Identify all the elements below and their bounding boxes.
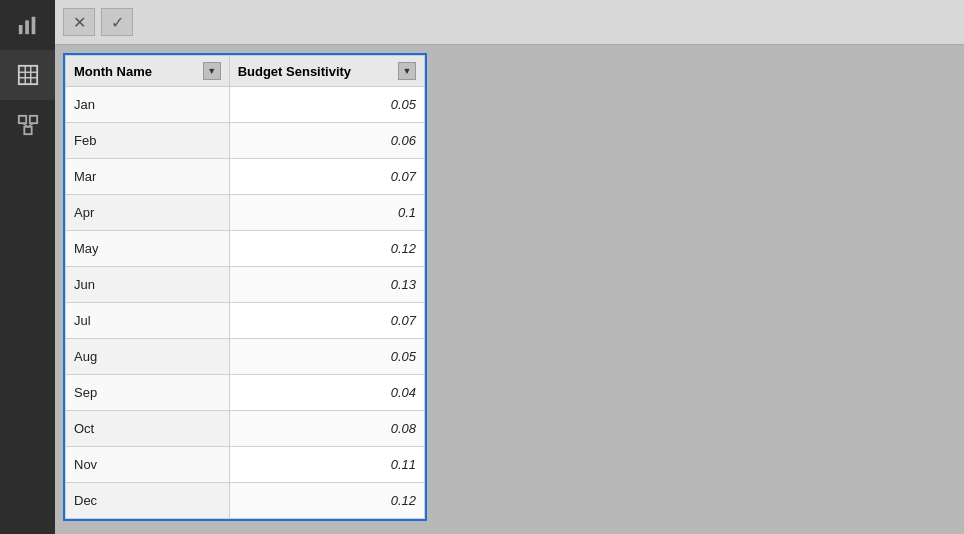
table-row: Mar0.07 [66, 159, 425, 195]
svg-rect-9 [29, 116, 36, 123]
table-row: Oct0.08 [66, 411, 425, 447]
cell-month: Jun [66, 267, 230, 303]
svg-rect-0 [18, 25, 22, 34]
svg-rect-10 [24, 127, 31, 134]
cell-budget: 0.12 [229, 483, 424, 519]
cell-budget: 0.12 [229, 231, 424, 267]
cell-month: Jan [66, 87, 230, 123]
diagram-icon[interactable] [0, 100, 55, 150]
cell-budget: 0.13 [229, 267, 424, 303]
chart-icon[interactable] [0, 0, 55, 50]
cancel-button[interactable]: ✕ [63, 8, 95, 36]
cell-budget: 0.08 [229, 411, 424, 447]
cell-month: Sep [66, 375, 230, 411]
table-icon[interactable] [0, 50, 55, 100]
svg-rect-3 [18, 66, 36, 84]
main-area: ✕ ✓ Month Name ▼ Budge [55, 0, 964, 534]
table-row: Aug0.05 [66, 339, 425, 375]
toolbar: ✕ ✓ [55, 0, 964, 45]
column-header-budget: Budget Sensitivity ▼ [229, 56, 424, 87]
table-row: Dec0.12 [66, 483, 425, 519]
cell-month: Oct [66, 411, 230, 447]
cell-month: Jul [66, 303, 230, 339]
budget-filter-dropdown[interactable]: ▼ [398, 62, 416, 80]
month-filter-dropdown[interactable]: ▼ [203, 62, 221, 80]
cell-budget: 0.07 [229, 303, 424, 339]
cell-month: Apr [66, 195, 230, 231]
table-row: Jun0.13 [66, 267, 425, 303]
cell-month: Mar [66, 159, 230, 195]
cell-budget: 0.11 [229, 447, 424, 483]
month-name-label: Month Name [74, 64, 152, 79]
cell-month: May [66, 231, 230, 267]
sidebar [0, 0, 55, 534]
table-row: Sep0.04 [66, 375, 425, 411]
cell-month: Nov [66, 447, 230, 483]
content-area: Month Name ▼ Budget Sensitivity ▼ [55, 45, 964, 534]
confirm-button[interactable]: ✓ [101, 8, 133, 36]
cell-budget: 0.05 [229, 87, 424, 123]
budget-sensitivity-label: Budget Sensitivity [238, 64, 351, 79]
table-row: Nov0.11 [66, 447, 425, 483]
svg-rect-2 [31, 17, 35, 34]
cell-budget: 0.06 [229, 123, 424, 159]
cell-budget: 0.07 [229, 159, 424, 195]
table-row: Apr0.1 [66, 195, 425, 231]
cell-month: Dec [66, 483, 230, 519]
cell-budget: 0.04 [229, 375, 424, 411]
cell-budget: 0.1 [229, 195, 424, 231]
cell-budget: 0.05 [229, 339, 424, 375]
table-row: Jan0.05 [66, 87, 425, 123]
table-row: May0.12 [66, 231, 425, 267]
column-header-month: Month Name ▼ [66, 56, 230, 87]
cell-month: Feb [66, 123, 230, 159]
svg-rect-8 [18, 116, 25, 123]
data-table-container: Month Name ▼ Budget Sensitivity ▼ [63, 53, 427, 521]
svg-rect-1 [25, 20, 29, 34]
data-table: Month Name ▼ Budget Sensitivity ▼ [65, 55, 425, 519]
cell-month: Aug [66, 339, 230, 375]
table-row: Feb0.06 [66, 123, 425, 159]
table-row: Jul0.07 [66, 303, 425, 339]
